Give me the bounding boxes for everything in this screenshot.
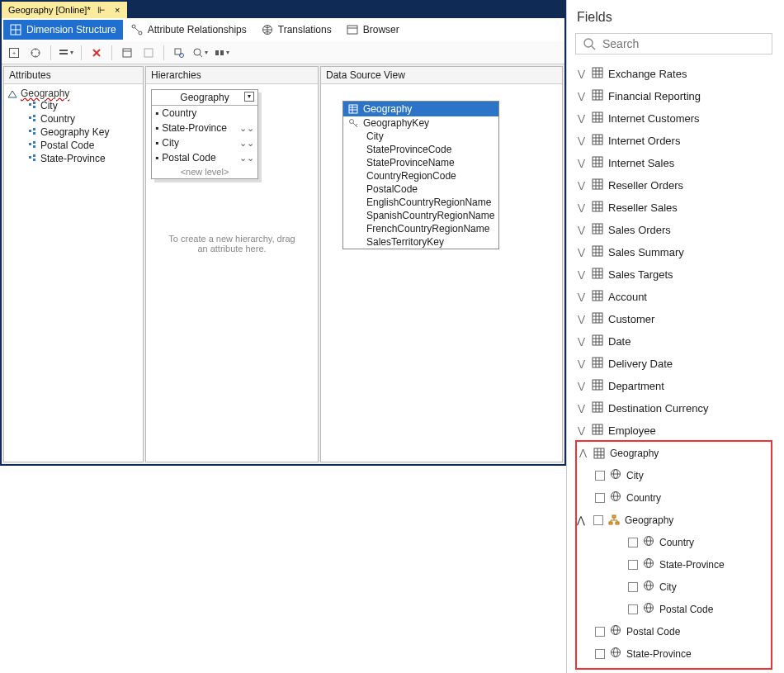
dsv-column[interactable]: CountryRegionCode [343,169,498,182]
field-table-row[interactable]: ⋁Department [575,375,772,397]
attributes-tree[interactable]: Geography CityCountryGeography KeyPostal… [4,84,143,168]
field-table-row[interactable]: ⋁Customer [575,308,772,330]
field-table-row[interactable]: ⋁Reseller Orders [575,174,772,197]
expand-icon[interactable]: ⋁ [575,180,587,191]
field-table-row[interactable]: ⋁Delivery Date [575,353,772,375]
writeback-dropdown[interactable] [213,44,231,62]
pin-icon[interactable]: ⊩ [97,5,106,16]
field-table-row[interactable]: ⋁Employee [575,419,772,442]
field-attribute[interactable]: State-Province [595,642,771,665]
field-table-row[interactable]: ⋁Exchange Rates [575,63,772,85]
collapse-icon[interactable]: ⋀ [577,448,588,458]
hierarchy-level[interactable]: ▪Country [152,106,257,121]
field-attribute[interactable]: Postal Code [595,620,771,642]
attribute-item[interactable]: Postal Code [7,139,139,152]
field-checkbox[interactable] [628,604,638,614]
close-icon[interactable]: × [113,5,122,15]
dsv-column[interactable]: SalesTerritoryKey [343,235,498,249]
expand-icon[interactable]: ⋁ [575,314,587,325]
field-table-row[interactable]: ⋁Reseller Sales [575,197,772,219]
expand-icon[interactable]: ⋁ [575,69,587,79]
attribute-root[interactable]: Geography [7,88,139,99]
field-table-row[interactable]: ⋁Sales Orders [575,219,772,241]
dsv-column[interactable]: FrenchCountryRegionName [343,222,498,235]
hierarchy-level[interactable]: ▪State-Province⌄⌄ [152,121,257,135]
view-dropdown[interactable] [57,44,75,62]
hierarchy-new-level[interactable]: <new level> [152,165,257,178]
field-table-row[interactable]: ⋁Account [575,286,772,308]
field-attribute[interactable]: Country [628,531,771,553]
add-bi-button[interactable]: + [5,44,23,62]
field-checkbox[interactable] [628,538,638,547]
field-table-row[interactable]: ⋁Internet Sales [575,152,772,174]
expand-icon[interactable]: ⋁ [575,135,587,146]
collapse-icon[interactable]: ⋀ [577,514,588,526]
find-table-button[interactable] [170,44,188,62]
field-table-row[interactable]: ⋁Destination Currency [575,397,772,419]
expand-icon[interactable]: ⋁ [575,336,587,347]
field-checkbox[interactable] [595,493,605,503]
hierarchy-card-geography[interactable]: Geography ▾ ▪Country▪State-Province⌄⌄▪Ci… [151,89,258,179]
dsv-key-row[interactable]: GeographyKey [343,116,498,130]
expand-icon[interactable]: ⋁ [575,247,587,258]
process-button[interactable] [26,44,45,62]
field-table-row[interactable]: ⋁Financial Reporting [575,85,772,107]
expand-icon[interactable]: ⋁ [575,225,587,235]
fields-search[interactable] [575,33,772,55]
field-attribute[interactable]: City [628,576,771,598]
show-tree-button[interactable] [139,44,158,62]
attribute-item[interactable]: Country [7,112,139,126]
dsv-column[interactable]: StateProvinceCode [343,143,498,156]
dsv-table-geography[interactable]: Geography GeographyKey CityStateProvince… [342,101,499,249]
dsv-canvas[interactable]: Geography GeographyKey CityStateProvince… [321,84,562,462]
expand-icon[interactable]: ⋁ [575,403,587,414]
hierarchy-dropdown-icon[interactable]: ▾ [244,92,254,102]
field-checkbox[interactable] [628,582,638,592]
field-table-geography[interactable]: ⋀ Geography [577,442,771,464]
expand-icon[interactable]: ⋁ [575,158,587,168]
dsv-column[interactable]: City [343,130,498,143]
field-table-row[interactable]: ⋁Internet Orders [575,130,772,152]
field-table-row[interactable]: ⋁Date [575,330,772,353]
tab-attribute-relationships[interactable]: Attribute Relationships [125,20,253,40]
expand-icon[interactable]: ⋁ [575,291,587,302]
tab-browser[interactable]: Browser [340,20,406,40]
field-table-row[interactable]: ⋁Internet Customers [575,107,772,130]
fields-table-list[interactable]: ⋁Exchange Rates⋁Financial Reporting⋁Inte… [575,63,772,442]
attribute-item[interactable]: State-Province [7,152,139,165]
field-hierarchy-geography[interactable]: ⋀ Geography [595,509,771,531]
hierarchy-level[interactable]: ▪Postal Code⌄⌄ [152,150,257,165]
expand-icon[interactable]: ⋁ [575,91,587,102]
field-table-row[interactable]: ⋁Sales Summary [575,241,772,263]
field-checkbox[interactable] [593,515,603,525]
field-checkbox[interactable] [595,627,605,637]
field-checkbox[interactable] [628,560,638,570]
field-table-row[interactable]: ⋁Sales Targets [575,263,772,286]
hierarchy-level[interactable]: ▪City⌄⌄ [152,135,257,150]
dsv-column[interactable]: EnglishCountryRegionName [343,196,498,209]
expand-icon[interactable]: ⋁ [575,358,587,369]
delete-button[interactable] [87,44,106,62]
show-table-button[interactable] [118,44,136,62]
expand-icon[interactable]: ⋁ [575,269,587,280]
field-checkbox[interactable] [595,471,605,481]
field-attribute[interactable]: State-Province [628,553,771,576]
zoom-dropdown[interactable] [191,44,210,62]
dsv-column[interactable]: StateProvinceName [343,156,498,169]
expand-icon[interactable]: ⋁ [575,113,587,124]
attribute-item[interactable]: Geography Key [7,126,139,139]
field-attribute[interactable]: Postal Code [628,598,771,620]
dsv-column[interactable]: SpanishCountryRegionName [343,209,498,222]
search-input[interactable] [602,37,765,50]
tab-translations[interactable]: Translations [255,20,338,40]
field-checkbox[interactable] [595,649,605,659]
expand-icon[interactable]: ⋁ [575,425,587,436]
field-attribute[interactable]: Country [595,486,771,509]
document-tab-geography[interactable]: Geography [Online]* ⊩ × [2,2,127,18]
expand-icon[interactable]: ⋁ [575,381,587,391]
tab-dimension-structure[interactable]: Dimension Structure [3,20,123,40]
expand-icon[interactable]: ⋁ [575,202,587,213]
dsv-column[interactable]: PostalCode [343,182,498,196]
field-attribute[interactable]: City [595,464,771,486]
attribute-item[interactable]: City [7,99,139,112]
